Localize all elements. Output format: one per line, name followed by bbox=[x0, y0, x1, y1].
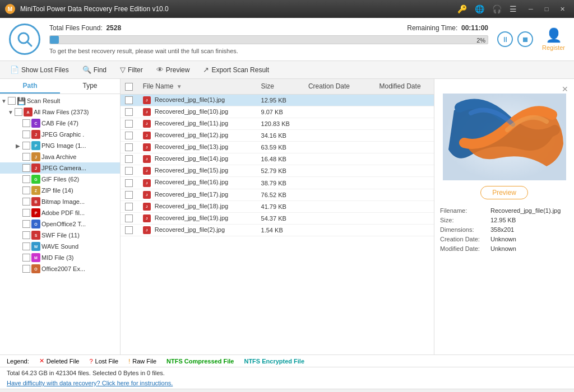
close-button[interactable]: ✕ bbox=[555, 3, 570, 15]
row-check-4[interactable] bbox=[121, 142, 138, 153]
tree-item-jpeg-graphic[interactable]: J JPEG Graphic . bbox=[0, 129, 120, 140]
oo-icon: O bbox=[31, 220, 40, 228]
tree-item-swf[interactable]: S SWF File (11) bbox=[0, 230, 120, 241]
table-row[interactable]: J Recovered_jpg_file(16).jpg 38.79 KB bbox=[121, 177, 434, 189]
table-row[interactable]: J Recovered_jpg_file(10).jpg 9.07 KB bbox=[121, 106, 434, 118]
menu-icon[interactable]: ☰ bbox=[507, 3, 519, 15]
preview-toolbar-button[interactable]: 👁 Preview bbox=[151, 63, 196, 76]
expander-png[interactable]: ▶ bbox=[16, 143, 22, 149]
row-check-1[interactable] bbox=[121, 106, 138, 118]
find-button[interactable]: 🔍 Find bbox=[77, 63, 112, 76]
checkbox-png[interactable] bbox=[22, 142, 30, 150]
file-checkbox-0[interactable] bbox=[125, 96, 133, 104]
tree-item-pdf[interactable]: P Adobe PDF fil... bbox=[0, 207, 120, 218]
help-link[interactable]: Have difficulty with data recovery? Clic… bbox=[7, 380, 173, 386]
tree-item-zip[interactable]: Z ZIP file (14) bbox=[0, 185, 120, 196]
show-lost-files-button[interactable]: 📄 Show Lost Files bbox=[4, 63, 75, 76]
preview-action-button[interactable]: Preview bbox=[480, 186, 528, 199]
tree-item-cab[interactable]: C CAB File (47) bbox=[0, 118, 120, 129]
table-row[interactable]: J Recovered_jpg_file(17).jpg 76.52 KB bbox=[121, 189, 434, 200]
title-bar-icons: 🔑 🌐 🎧 ☰ bbox=[455, 3, 519, 15]
tab-path[interactable]: Path bbox=[0, 79, 60, 94]
checkbox-pdf[interactable] bbox=[22, 209, 30, 217]
table-row[interactable]: J Recovered_jpg_file(15).jpg 52.79 KB bbox=[121, 165, 434, 177]
file-checkbox-9[interactable] bbox=[125, 203, 133, 211]
checkbox-all-raw[interactable] bbox=[15, 108, 22, 116]
file-checkbox-1[interactable] bbox=[125, 108, 133, 116]
tree-item-java[interactable]: J Java Archive bbox=[0, 151, 120, 162]
col-header-modified[interactable]: Modified Date bbox=[375, 79, 434, 94]
row-check-0[interactable] bbox=[121, 94, 138, 106]
row-check-2[interactable] bbox=[121, 118, 138, 130]
tree-item-jpeg-camera[interactable]: J JPEG Camera... bbox=[0, 162, 120, 174]
register-button[interactable]: 👤 Register bbox=[542, 27, 565, 51]
checkbox-gif[interactable] bbox=[22, 175, 30, 183]
row-check-7[interactable] bbox=[121, 177, 138, 189]
checkbox-office2007[interactable] bbox=[22, 265, 30, 273]
checkbox-cab[interactable] bbox=[22, 119, 30, 127]
col-header-size[interactable]: Size bbox=[257, 79, 304, 94]
file-checkbox-5[interactable] bbox=[125, 155, 133, 163]
checkbox-jpeg-camera[interactable] bbox=[22, 164, 30, 172]
select-all-checkbox[interactable] bbox=[125, 83, 133, 91]
tree-item-mid[interactable]: M MID File (3) bbox=[0, 252, 120, 263]
tree-item-bitmap[interactable]: B Bitmap Image... bbox=[0, 196, 120, 207]
tree-item-wave[interactable]: W WAVE Sound bbox=[0, 241, 120, 252]
register-icon: 👤 bbox=[545, 27, 562, 43]
expander-scan-result[interactable]: ▼ bbox=[1, 98, 8, 104]
row-check-5[interactable] bbox=[121, 153, 138, 165]
checkbox-jpeg-graphic[interactable] bbox=[22, 130, 30, 138]
tree-item-png[interactable]: ▶ P PNG Image (1... bbox=[0, 140, 120, 151]
file-checkbox-11[interactable] bbox=[125, 226, 133, 234]
tree-item-all-raw[interactable]: ▼ A All Raw Files (2373) bbox=[0, 106, 120, 118]
tree-item-office2007[interactable]: O Office2007 Ex... bbox=[0, 263, 120, 274]
close-preview-button[interactable]: ✕ bbox=[562, 85, 568, 94]
checkbox-scan-result[interactable] bbox=[8, 97, 16, 105]
col-header-filename[interactable]: File Name ▼ bbox=[138, 79, 257, 94]
checkbox-oo[interactable] bbox=[22, 220, 30, 228]
file-checkbox-2[interactable] bbox=[125, 120, 133, 128]
table-row[interactable]: J Recovered_jpg_file(14).jpg 16.48 KB bbox=[121, 153, 434, 165]
checkbox-zip[interactable] bbox=[22, 186, 30, 194]
row-check-10[interactable] bbox=[121, 212, 138, 224]
file-checkbox-7[interactable] bbox=[125, 179, 133, 187]
table-row[interactable]: J Recovered_jpg_file(12).jpg 34.16 KB bbox=[121, 130, 434, 142]
stop-button[interactable]: ⏹ bbox=[517, 31, 533, 47]
headphones-icon[interactable]: 🎧 bbox=[490, 3, 504, 15]
checkbox-swf[interactable] bbox=[22, 231, 30, 239]
file-checkbox-8[interactable] bbox=[125, 191, 133, 199]
tree-item-gif[interactable]: G GIF Files (62) bbox=[0, 174, 120, 185]
row-check-6[interactable] bbox=[121, 165, 138, 177]
minimize-button[interactable]: ─ bbox=[524, 3, 538, 15]
tab-type[interactable]: Type bbox=[60, 79, 120, 94]
row-check-11[interactable] bbox=[121, 224, 138, 236]
table-row[interactable]: J Recovered_jpg_file(19).jpg 54.37 KB bbox=[121, 212, 434, 224]
checkbox-mid[interactable] bbox=[22, 254, 30, 262]
filter-button[interactable]: ▽ Filter bbox=[114, 63, 149, 76]
file-checkbox-6[interactable] bbox=[125, 167, 133, 175]
key-icon[interactable]: 🔑 bbox=[455, 3, 469, 15]
file-checkbox-10[interactable] bbox=[125, 214, 133, 222]
file-checkbox-4[interactable] bbox=[125, 143, 133, 151]
table-row[interactable]: J Recovered_jpg_file(2).jpg 1.54 KB bbox=[121, 224, 434, 236]
file-list-scroll[interactable]: File Name ▼ Size Creation Date Modified … bbox=[121, 79, 434, 354]
tree-item-scan-result[interactable]: ▼ 💾 Scan Result bbox=[0, 95, 120, 106]
checkbox-bitmap[interactable] bbox=[22, 198, 30, 206]
maximize-button[interactable]: □ bbox=[539, 3, 554, 15]
pause-button[interactable]: ⏸ bbox=[497, 31, 513, 47]
table-row[interactable]: J Recovered_jpg_file(1).jpg 12.95 KB bbox=[121, 94, 434, 106]
table-row[interactable]: J Recovered_jpg_file(11).jpg 120.83 KB bbox=[121, 118, 434, 130]
table-row[interactable]: J Recovered_jpg_file(13).jpg 63.59 KB bbox=[121, 142, 434, 153]
table-row[interactable]: J Recovered_jpg_file(18).jpg 41.79 KB bbox=[121, 200, 434, 212]
tree-item-oo[interactable]: O OpenOffice2 T... bbox=[0, 218, 120, 230]
checkbox-java[interactable] bbox=[22, 153, 30, 161]
expander-all-raw[interactable]: ▼ bbox=[8, 109, 15, 115]
file-checkbox-3[interactable] bbox=[125, 132, 133, 139]
row-check-3[interactable] bbox=[121, 130, 138, 142]
row-check-8[interactable] bbox=[121, 189, 138, 200]
export-scan-button[interactable]: ↗ Export Scan Result bbox=[197, 63, 275, 76]
col-header-created[interactable]: Creation Date bbox=[304, 79, 375, 94]
row-check-9[interactable] bbox=[121, 200, 138, 212]
globe-icon[interactable]: 🌐 bbox=[473, 3, 487, 15]
checkbox-wave[interactable] bbox=[22, 242, 30, 250]
